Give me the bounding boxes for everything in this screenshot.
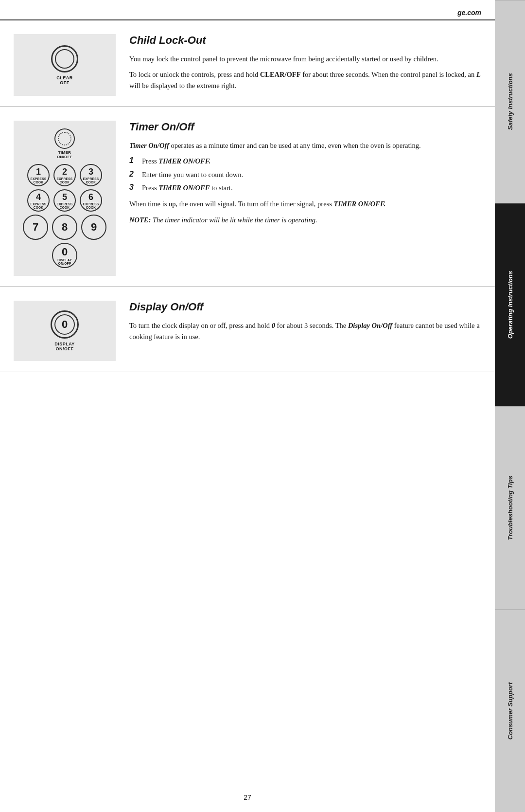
timer-on-off-intro: Timer On/Off operates as a minute timer … (129, 140, 481, 151)
num-btn-2: 2 EXPRESS COOK (53, 164, 76, 186)
timer-top: TIMERON/OFF (54, 128, 75, 159)
clear-off-button (51, 45, 78, 72)
step-2-num: 2 (129, 170, 138, 179)
display-circle: 0 (51, 310, 79, 339)
sidebar-tab-operating[interactable]: Operating Instructions (495, 203, 525, 406)
sidebar-tab-safety[interactable]: Safety Instructions (495, 0, 525, 203)
top-bar: ge.com (0, 0, 495, 20)
num-btn-4: 4 EXPRESS COOK (27, 189, 50, 212)
timer-dot-ring (58, 132, 71, 145)
numpad-row-3: 7 8 9 (23, 215, 106, 240)
step-1-num: 1 (129, 156, 138, 165)
section-child-lock-out: CLEAR OFF Child Lock-Out You may lock th… (0, 20, 495, 107)
display-on-off-content: Display On/Off To turn the clock display… (129, 301, 481, 361)
sidebar: Safety Instructions Operating Instructio… (495, 0, 525, 812)
child-lock-out-content: Child Lock-Out You may lock the control … (129, 34, 481, 96)
display-on-off-para: To turn the clock display on or off, pre… (129, 320, 481, 342)
num-btn-9: 9 (81, 215, 106, 240)
child-lock-out-para2: To lock or unlock the controls, press an… (129, 69, 481, 91)
num-btn-7: 7 (23, 215, 48, 240)
child-lock-out-image: CLEAR OFF (14, 34, 116, 96)
display-inner-circle: 0 (54, 314, 75, 335)
sidebar-tab-consumer[interactable]: Consumer Support (495, 609, 525, 812)
num-btn-3: 3 EXPRESS COOK (80, 164, 102, 186)
sidebar-tab-troubleshooting[interactable]: Troubleshooting Tips (495, 406, 525, 609)
step-1-text: Press TIMER ON/OFF. (142, 156, 210, 167)
step-2: 2 Enter time you want to count down. (129, 170, 481, 180)
step-1: 1 Press TIMER ON/OFF. (129, 156, 481, 167)
display-label: DISPLAY ON/OFF (54, 342, 75, 351)
page-number: 27 (244, 794, 251, 801)
display-on-off-image: 0 DISPLAY ON/OFF (14, 301, 116, 361)
display-icon: 0 DISPLAY ON/OFF (51, 310, 79, 351)
ge-url: ge.com (457, 9, 481, 17)
timer-on-off-content: Timer On/Off Timer On/Off operates as a … (129, 121, 481, 276)
clear-off-label: CLEAR OFF (56, 75, 73, 85)
step-3: 3 Press TIMER ON/OFF to start. (129, 183, 481, 194)
num-btn-1: 1 EXPRESS COOK (27, 164, 50, 186)
section-display-on-off: 0 DISPLAY ON/OFF Display On/Off To turn … (0, 287, 495, 372)
step-2-text: Enter time you want to count down. (142, 170, 243, 180)
timer-panel: TIMERON/OFF 1 EXPRESS COOK 2 EXPRESS COO… (23, 128, 106, 268)
timer-circle (54, 128, 75, 149)
main-content: ge.com CLEAR OFF Child Lock-Out You may … (0, 0, 495, 812)
child-lock-out-title: Child Lock-Out (129, 34, 481, 47)
display-on-off-title: Display On/Off (129, 301, 481, 313)
timer-after-steps: When time is up, the oven will signal. T… (129, 198, 481, 209)
clear-off-icon: CLEAR OFF (51, 45, 78, 85)
num-btn-0: 0 DISPLAYON/OFF (52, 243, 77, 268)
num-btn-5: 5 EXPRESS COOK (53, 189, 76, 212)
timer-note: NOTE: The timer indicator will be lit wh… (129, 215, 481, 225)
num-btn-6: 6 EXPRESS COOK (80, 189, 102, 212)
timer-on-off-title: Timer On/Off (129, 121, 481, 133)
num-btn-8: 8 (52, 215, 77, 240)
step-3-num: 3 (129, 183, 138, 192)
timer-on-off-image: TIMERON/OFF 1 EXPRESS COOK 2 EXPRESS COO… (14, 121, 116, 276)
step-3-text: Press TIMER ON/OFF to start. (142, 183, 233, 194)
numpad-row-1: 1 EXPRESS COOK 2 EXPRESS COOK 3 EXPRESS … (27, 164, 102, 186)
timer-label: TIMERON/OFF (57, 150, 72, 159)
numpad-row-4: 0 DISPLAYON/OFF (52, 243, 77, 268)
section-timer-on-off: TIMERON/OFF 1 EXPRESS COOK 2 EXPRESS COO… (0, 107, 495, 287)
child-lock-out-para1: You may lock the control panel to preven… (129, 54, 481, 64)
clear-off-inner-circle (55, 49, 74, 69)
steps-list: 1 Press TIMER ON/OFF. 2 Enter time you w… (129, 156, 481, 194)
numpad-row-2: 4 EXPRESS COOK 5 EXPRESS COOK 6 EXPRESS … (27, 189, 102, 212)
